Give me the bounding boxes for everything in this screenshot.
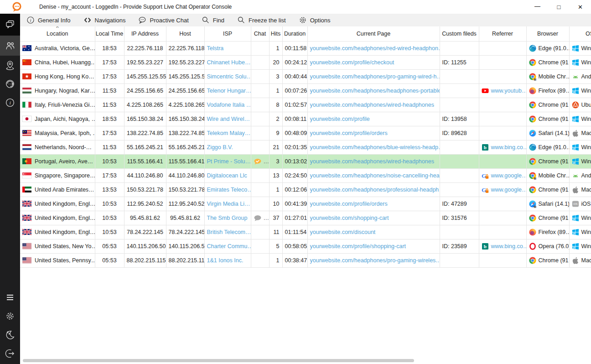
column-header-local_time[interactable]: Local Time bbox=[95, 26, 124, 42]
isp-link[interactable]: Virgin Media Li… bbox=[207, 201, 250, 207]
close-button[interactable]: ✕ bbox=[570, 0, 591, 14]
column-header-duration[interactable]: Duration bbox=[282, 26, 307, 42]
visitor-row[interactable]: United States, Pennsy…05:5388.202.215.11… bbox=[20, 254, 591, 268]
chat-active-icon[interactable] bbox=[254, 158, 262, 165]
current-page-link[interactable]: yourwebsite.com/headphones/pro-gaming-wi… bbox=[310, 257, 440, 264]
toolbar-find-button[interactable]: Find bbox=[195, 14, 231, 26]
column-header-host[interactable]: Host bbox=[166, 26, 204, 42]
maximize-button[interactable]: □ bbox=[548, 0, 570, 14]
visitor-row[interactable]: United States, New Yo…05:53140.115.206.5… bbox=[20, 239, 591, 254]
referrer-link[interactable]: www.bing.co… bbox=[491, 144, 527, 151]
referrer-link[interactable]: www.google… bbox=[491, 187, 527, 193]
sidebar-item-info[interactable]: i bbox=[0, 93, 20, 112]
column-header-custom_fields[interactable]: Custom fileds bbox=[440, 26, 479, 42]
visitor-row[interactable]: Japan, Aichi, Nagoya, …18:53165.150.38.2… bbox=[20, 112, 591, 126]
sidebar-item-visitors[interactable] bbox=[0, 36, 20, 56]
sidebar-item-logout[interactable] bbox=[0, 344, 20, 363]
current-page-link[interactable]: yourwebsite.com/headphones/pro-gaming-wi… bbox=[310, 73, 440, 80]
chrome-browser-icon bbox=[529, 102, 539, 108]
cell-os: Mac bbox=[569, 126, 591, 140]
isp-link[interactable]: The Smb Group bbox=[207, 215, 248, 221]
current-page-link[interactable]: yourwebsite.com/headphones/professional-… bbox=[310, 187, 440, 193]
visitor-row[interactable]: United Kingdom, Engl…10:5395.45.81.6295.… bbox=[20, 211, 591, 225]
cell-isp: British Telecom… bbox=[204, 225, 251, 239]
cell-ip: 150.53.221.78 bbox=[124, 183, 166, 197]
column-header-browser[interactable]: Browser bbox=[526, 26, 569, 42]
current-page-link[interactable]: yourwebsite.com/headphones/red-wired-hea… bbox=[310, 45, 440, 52]
cell-location: United Kingdom, Engl… bbox=[20, 211, 95, 225]
current-page-link[interactable]: yourwebsite.com/profile/shopping-cart bbox=[310, 243, 406, 250]
visitor-row[interactable]: United Kingdom, Engl…10:53112.95.240.521… bbox=[20, 197, 591, 211]
visitor-row[interactable]: United Arab Emirates…13:53150.53.221.781… bbox=[20, 183, 591, 197]
column-header-isp[interactable]: ISP bbox=[204, 26, 251, 42]
current-page-link[interactable]: yourwebsite.com/headphones/headphones-po… bbox=[310, 88, 440, 94]
column-header-referrer[interactable]: Referrer bbox=[479, 26, 526, 42]
visitor-row[interactable]: Hungary, Nograd, Kar…11:5324.255.156.652… bbox=[20, 84, 591, 98]
current-page-link[interactable]: yourwebsite.com/headphones/noise-cancell… bbox=[310, 172, 440, 179]
current-page-link[interactable]: yourwebsite.com/profile/orders bbox=[310, 201, 388, 207]
visitor-row[interactable]: Netherlands, Noord-…11:5355.165.245.2155… bbox=[20, 140, 591, 155]
toolbar-options-button[interactable]: Options bbox=[292, 14, 337, 26]
visitor-row[interactable]: Singapore, Singapore…17:5344.110.246.804… bbox=[20, 169, 591, 183]
isp-link[interactable]: Telstra bbox=[207, 45, 224, 52]
current-page-link[interactable]: yourwebsite.com/profile/checkout bbox=[310, 59, 394, 66]
referrer-link[interactable]: www.google… bbox=[491, 172, 527, 179]
current-page-link[interactable]: yourwebsite.com/shopping-cart bbox=[310, 215, 389, 221]
visitor-row[interactable]: Malaysia, Perak, Ipoh, …17:53138.222.74.… bbox=[20, 126, 591, 140]
location-text: United States, Pennsy… bbox=[35, 257, 95, 264]
visitor-row[interactable]: Italy, Friuli-Venezia Gi…11:534.225.108.… bbox=[20, 98, 591, 112]
isp-link[interactable]: 1&1 Ionos Inc. bbox=[207, 257, 244, 264]
cell-hits: 1 bbox=[269, 42, 282, 56]
current-page-link[interactable]: yourwebsite.com/profile/orders bbox=[310, 130, 388, 136]
isp-link[interactable]: Telekom Malay… bbox=[207, 130, 251, 136]
isp-link[interactable]: Digitalocean Llc bbox=[207, 172, 247, 179]
current-page-link[interactable]: yourwebsite.com/discount bbox=[310, 229, 376, 235]
referrer-link[interactable]: www.bing.co… bbox=[491, 243, 527, 250]
column-header-ip[interactable]: IP Address bbox=[124, 26, 166, 42]
current-page-link[interactable]: yourwebsite.com/headphones/wired-headpho… bbox=[310, 158, 434, 165]
isp-link[interactable]: Telenor Hungar… bbox=[207, 88, 251, 94]
toolbar-navigations-button[interactable]: Navigations bbox=[77, 14, 132, 26]
column-header-hits[interactable]: Hits bbox=[269, 26, 282, 42]
isp-link[interactable]: Chinanet Hube… bbox=[207, 59, 251, 66]
referrer-link[interactable]: www.youtub… bbox=[491, 88, 527, 94]
isp-link[interactable]: Vodafone Italia … bbox=[207, 102, 251, 108]
column-header-current_page[interactable]: Current Page bbox=[307, 26, 440, 42]
isp-link[interactable]: Wire and Wirel… bbox=[207, 116, 250, 122]
sidebar-item-operators[interactable] bbox=[0, 74, 20, 93]
isp-link[interactable]: Emirates Teleco… bbox=[207, 187, 251, 193]
minimize-button[interactable]: — bbox=[527, 0, 548, 14]
isp-link[interactable]: Charter Commu… bbox=[207, 243, 251, 250]
horizontal-scrollbar-track[interactable] bbox=[21, 358, 590, 363]
visitor-row[interactable]: Australia, Victoria, Ge…18:5322.225.76.1… bbox=[20, 42, 591, 56]
toolbar-proactive-chat-button[interactable]: Proactive Chat bbox=[132, 14, 195, 26]
flag-gb-icon bbox=[22, 215, 35, 221]
toolbar-general-info-button[interactable]: iGeneral Info bbox=[20, 14, 77, 26]
toolbar-freeze-list-button[interactable]: Freeze the list bbox=[231, 14, 292, 26]
isp-link[interactable]: Simcentric Solu… bbox=[207, 73, 251, 80]
current-page-link[interactable]: yourwebsite.com/profile bbox=[310, 116, 370, 122]
current-page-link[interactable]: yourwebsite.com/headphones/wired-headpho… bbox=[310, 102, 434, 108]
cell-referrer bbox=[479, 254, 526, 268]
visitor-row[interactable]: Hong Kong, Hong Ko…17:53145.255.125.5514… bbox=[20, 70, 591, 84]
visitor-row[interactable]: China, Hubei, Huangg…17:53192.55.23.2271… bbox=[20, 56, 591, 70]
isp-link[interactable]: British Telecom… bbox=[207, 229, 251, 235]
visitor-row[interactable]: United Kingdom, Engl…10:5378.24.222.1457… bbox=[20, 225, 591, 239]
sidebar-item-geo-location[interactable] bbox=[0, 56, 20, 74]
isp-link[interactable]: Pt Prime - Solu… bbox=[207, 158, 251, 165]
column-header-location[interactable]: ^Location bbox=[20, 26, 95, 42]
column-header-chat[interactable]: Chat bbox=[251, 26, 269, 42]
column-header-os[interactable]: OS bbox=[569, 26, 591, 42]
chat-ended-icon[interactable] bbox=[254, 215, 262, 221]
cell-isp: Ziggo B.V. bbox=[204, 140, 251, 155]
current-page-link[interactable]: yourwebsite.com/headphones/blue-wireless… bbox=[310, 144, 440, 151]
browser-text: Opera (76.0) bbox=[539, 243, 570, 250]
sidebar-item-settings[interactable] bbox=[0, 307, 20, 325]
sidebar-item-menu[interactable] bbox=[0, 288, 20, 307]
win10-os-icon: 10 bbox=[572, 144, 581, 151]
isp-link[interactable]: Ziggo B.V. bbox=[207, 144, 233, 151]
visitor-row[interactable]: Portugal, Aveiro, Ave…10:53115.55.166.41… bbox=[20, 155, 591, 169]
sidebar-item-chats[interactable] bbox=[0, 14, 20, 36]
horizontal-scrollbar-thumb[interactable] bbox=[23, 359, 414, 362]
sidebar-item-night-mode[interactable] bbox=[0, 325, 20, 344]
